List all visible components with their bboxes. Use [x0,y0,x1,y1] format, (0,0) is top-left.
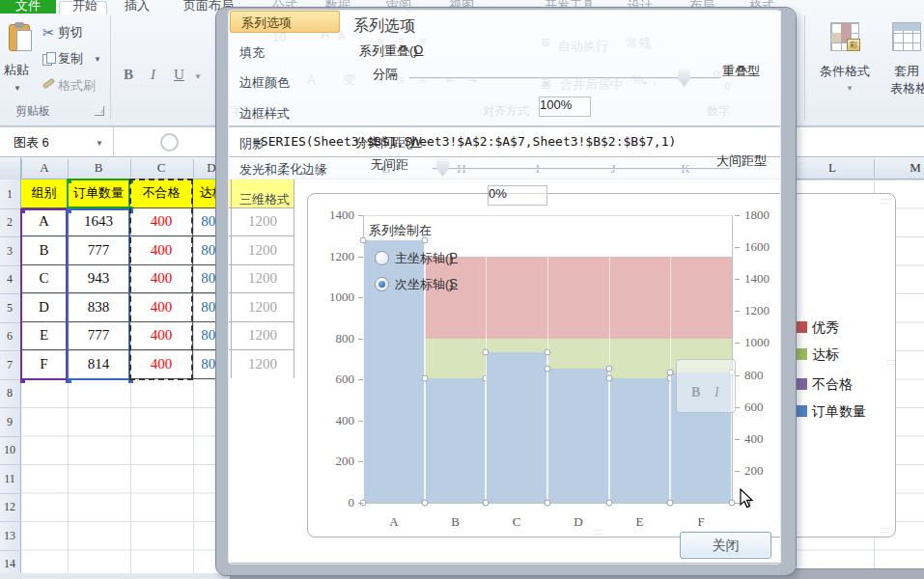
secondary-axis-label: 次坐标轴(S) [395,276,454,293]
overlap-max-label: 重叠型 [722,63,760,80]
row-header-column: 1234567891011121314 [0,179,21,579]
row-separator [0,350,21,351]
clipboard-dialog-launcher-icon[interactable]: ⌟ [95,106,104,116]
legend-swatch-icon [796,348,807,360]
tab-file-label: 文件 [15,0,41,14]
column-header-A[interactable]: A [40,160,48,179]
primary-axis-radio[interactable] [375,251,389,265]
cut-button[interactable]: 剪切 [58,24,83,41]
table-header-cell[interactable]: 组别 [21,179,68,208]
row-separator [0,521,21,522]
paste-button[interactable]: 粘贴 [4,62,29,79]
chart-selection-handle[interactable]: ∙∙∙∙∙∙ [882,197,890,205]
bold-button[interactable]: B [124,67,133,83]
underline-button[interactable]: U [174,67,184,83]
dialog-nav-item-5[interactable]: 发光和柔化边缘 [239,161,327,179]
row-separator [0,293,21,294]
gap-width-label: 分类间距(W) [355,134,414,152]
column-header-D[interactable]: D [207,160,215,179]
dialog-nav-item-1[interactable]: 填充 [239,44,265,62]
row-header-11[interactable]: 11 [0,471,19,485]
conditional-formatting-button[interactable]: 条件格式 [820,63,870,80]
chart-selection-handle[interactable]: ∙∙∙∙∙∙ [882,526,890,534]
series-overlap-slider[interactable] [409,77,720,79]
range-handle[interactable] [20,378,25,383]
legend-label: 订单数量 [812,403,866,421]
row-header-5[interactable]: 5 [0,300,19,315]
range-handle[interactable] [67,378,71,383]
row-separator [0,407,21,408]
column-header-C[interactable]: C [157,160,166,179]
row-header-8[interactable]: 8 [0,386,19,400]
close-button[interactable]: 关闭 [680,532,771,559]
column-separator [21,159,22,178]
row-header-3[interactable]: 3 [0,243,19,258]
format-as-table-button-line2[interactable]: 表格格式 [890,80,924,97]
legend-swatch-icon [796,405,807,417]
copy-icon [42,52,58,68]
italic-button[interactable]: I [151,67,155,83]
secondary-axis-radio[interactable] [375,277,389,291]
format-painter-button[interactable]: 格式刷 [58,77,96,95]
conditional-formatting-icon: 彩 [830,22,859,51]
chart-selection-handle[interactable]: ∙∙∙∙∙∙ [887,358,896,366]
select-all-corner[interactable] [0,157,21,179]
row-header-14[interactable]: 14 [0,557,19,571]
range-highlight [67,208,130,380]
gap-min-label: 无间距 [371,156,408,174]
column-separator [193,159,194,178]
conditional-dropdown-arrow[interactable]: ▼ [846,85,854,93]
underline-dropdown-arrow[interactable]: ▼ [194,73,202,81]
gap-width-value-input[interactable]: 0% [488,185,547,206]
column-header-L[interactable]: L [828,160,836,179]
column-header-B[interactable]: B [95,160,103,179]
dialog-nav-item-3[interactable]: 边框样式 [239,105,290,123]
mouse-cursor [740,488,757,510]
legend-swatch-icon [796,321,807,333]
legend-swatch-icon [796,378,807,390]
range-handle[interactable] [67,208,71,213]
dialog-nav-item-6[interactable]: 三维格式 [239,191,290,208]
tab-1[interactable]: 开始 [72,0,98,14]
window-bottom-edge [0,573,232,579]
range-highlight [20,208,68,380]
dialog-nav-item-series-options[interactable]: 系列选项 [230,11,340,33]
row-separator [0,208,21,209]
row-header-10[interactable]: 10 [0,443,19,457]
legend-label: 优秀 [812,319,839,337]
range-handle[interactable] [20,208,25,213]
format-as-table-icon [892,22,921,51]
gap-max-label: 大间距型 [716,152,767,170]
row-header-13[interactable]: 13 [0,528,19,542]
tab-file[interactable]: 文件 [0,0,56,14]
copy-button[interactable]: 复制 [58,50,83,68]
row-separator [0,464,21,465]
name-box-dropdown-arrow[interactable]: ▼ [96,139,103,148]
ghost-button-icon [160,133,179,152]
range-highlight [67,179,130,208]
column-separator [68,159,69,178]
copy-dropdown-arrow[interactable]: ▼ [94,56,101,64]
row-header-2[interactable]: 2 [0,215,19,230]
tab-2[interactable]: 插入 [125,0,150,14]
row-header-12[interactable]: 12 [0,500,19,514]
group-divider [110,15,111,120]
gap-width-slider[interactable] [433,168,730,170]
range-handle[interactable] [67,179,71,183]
column-separator [130,159,131,178]
row-header-7[interactable]: 7 [0,357,19,372]
row-header-1[interactable]: 1 [0,186,19,201]
series-overlap-value-input[interactable]: 100% [539,96,591,117]
paste-dropdown-arrow[interactable]: ▼ [14,85,21,93]
marquee-selection [129,179,193,380]
dialog-nav-item-4[interactable]: 阴影 [239,135,265,152]
name-box[interactable]: 图表 6 ▼ [0,127,114,156]
column-header-M[interactable]: M [910,160,921,179]
primary-axis-label: 主坐标轴(P) [395,250,454,267]
row-header-4[interactable]: 4 [0,272,19,287]
format-as-table-button[interactable]: 套用 [894,63,919,80]
row-header-9[interactable]: 9 [0,414,19,428]
dialog-nav-item-2[interactable]: 边框颜色 [239,74,290,92]
row-separator [0,236,21,237]
row-header-6[interactable]: 6 [0,329,19,344]
